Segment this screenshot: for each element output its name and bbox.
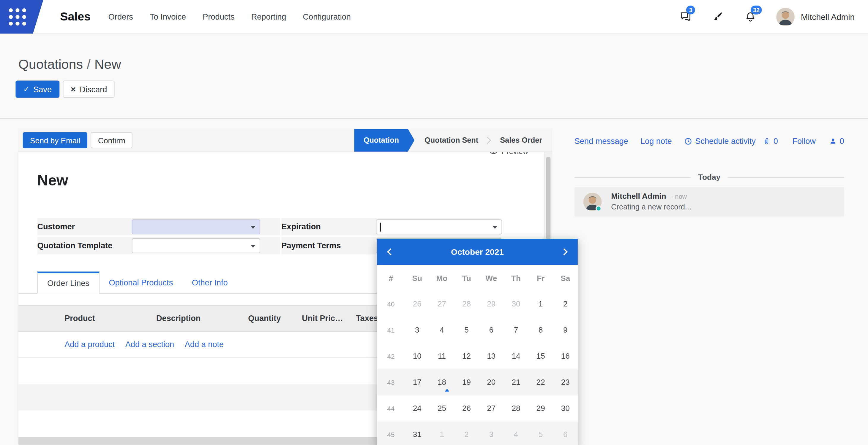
tab-other-info[interactable]: Other Info bbox=[182, 271, 237, 293]
week-number: 45 bbox=[377, 431, 405, 439]
calendar-day[interactable]: 2 bbox=[454, 421, 479, 445]
menu-products[interactable]: Products bbox=[203, 12, 235, 21]
calendar-day[interactable]: 16 bbox=[553, 343, 578, 369]
calendar-day[interactable]: 3 bbox=[479, 421, 503, 445]
calendar-day[interactable]: 30 bbox=[553, 396, 578, 421]
followers-button[interactable]: 0 bbox=[829, 136, 844, 145]
calendar-day[interactable]: 18 bbox=[430, 369, 454, 396]
discard-button[interactable]: × Discard bbox=[63, 80, 115, 98]
apps-menu-button[interactable] bbox=[0, 0, 43, 34]
add-a-note-link[interactable]: Add a note bbox=[185, 340, 224, 349]
discard-label: Discard bbox=[80, 84, 107, 94]
schedule-activity-link[interactable]: Schedule activity bbox=[684, 136, 756, 145]
calendar-day[interactable]: 5 bbox=[528, 421, 553, 445]
caret-down-icon bbox=[251, 226, 255, 229]
calendar-day[interactable]: 24 bbox=[405, 396, 430, 421]
menu-configuration[interactable]: Configuration bbox=[303, 12, 350, 21]
menu-reporting[interactable]: Reporting bbox=[251, 12, 286, 21]
add-a-product-link[interactable]: Add a product bbox=[64, 340, 115, 349]
date-separator-label: Today bbox=[698, 173, 720, 181]
prev-month-button[interactable] bbox=[387, 248, 394, 255]
calendar-day[interactable]: 31 bbox=[405, 421, 430, 445]
log-note-link[interactable]: Log note bbox=[641, 136, 672, 145]
separator-line bbox=[575, 177, 691, 177]
calendar-day[interactable]: 1 bbox=[528, 291, 553, 317]
save-button[interactable]: ✓ Save bbox=[16, 80, 59, 98]
breadcrumb-quotations[interactable]: Quotations bbox=[19, 57, 83, 72]
calendar-day[interactable]: 6 bbox=[553, 421, 578, 445]
tab-order-lines[interactable]: Order Lines bbox=[37, 271, 99, 294]
week-number: 41 bbox=[377, 326, 405, 334]
status-step-quotation[interactable]: Quotation bbox=[354, 129, 415, 151]
clock-icon bbox=[684, 137, 692, 145]
tab-optional-products[interactable]: Optional Products bbox=[99, 271, 182, 293]
calendar-day[interactable]: 6 bbox=[479, 317, 503, 343]
message-time: - now bbox=[671, 193, 687, 200]
calendar-day[interactable]: 7 bbox=[503, 317, 528, 343]
send-message-link[interactable]: Send message bbox=[575, 136, 628, 145]
breadcrumb: Quotations/New bbox=[19, 57, 121, 72]
calendar-day[interactable]: 17 bbox=[405, 369, 430, 396]
separator-line bbox=[728, 177, 844, 177]
calendar-day[interactable]: 5 bbox=[454, 317, 479, 343]
calendar-day[interactable]: 30 bbox=[503, 291, 528, 317]
calendar-day[interactable]: 14 bbox=[503, 343, 528, 369]
activities-button[interactable]: 32 bbox=[743, 9, 757, 24]
user-name[interactable]: Mitchell Admin bbox=[801, 12, 855, 21]
calendar-day[interactable]: 23 bbox=[553, 369, 578, 396]
calendar-day[interactable]: 4 bbox=[430, 317, 454, 343]
calendar-day[interactable]: 29 bbox=[479, 291, 503, 317]
brush-button[interactable] bbox=[711, 9, 725, 24]
menu-orders[interactable]: Orders bbox=[108, 12, 133, 21]
date-separator: Today bbox=[575, 173, 844, 181]
calendar-day[interactable]: 29 bbox=[528, 396, 553, 421]
expiration-input[interactable] bbox=[376, 219, 502, 234]
calendar-day[interactable]: 10 bbox=[405, 343, 430, 369]
calendar-day[interactable]: 8 bbox=[528, 317, 553, 343]
calendar-day[interactable]: 26 bbox=[405, 291, 430, 317]
top-menu: Orders To Invoice Products Reporting Con… bbox=[108, 12, 351, 21]
calendar-day[interactable]: 28 bbox=[454, 291, 479, 317]
panel-divider bbox=[0, 118, 868, 119]
attachments-button[interactable]: 0 bbox=[762, 136, 778, 145]
status-step-sales-order[interactable]: Sales Order bbox=[490, 129, 552, 151]
calendar-day[interactable]: 11 bbox=[430, 343, 454, 369]
messages-button[interactable]: 3 bbox=[679, 9, 693, 24]
calendar-day-header: Su bbox=[405, 274, 430, 282]
schedule-activity-label: Schedule activity bbox=[695, 136, 756, 145]
quotation-template-input[interactable] bbox=[132, 238, 260, 253]
calendar-day[interactable]: 4 bbox=[503, 421, 528, 445]
calendar-day-header: Sa bbox=[553, 274, 578, 282]
calendar-day[interactable]: 22 bbox=[528, 369, 553, 396]
follow-button[interactable]: Follow bbox=[792, 136, 815, 145]
calendar-title[interactable]: October 2021 bbox=[451, 247, 504, 256]
calendar-day-header: Th bbox=[503, 274, 528, 282]
menu-to-invoice[interactable]: To Invoice bbox=[150, 12, 186, 21]
calendar-day[interactable]: 19 bbox=[454, 369, 479, 396]
calendar-day[interactable]: 9 bbox=[553, 317, 578, 343]
calendar-day[interactable]: 27 bbox=[479, 396, 503, 421]
calendar-day[interactable]: 12 bbox=[454, 343, 479, 369]
app-name[interactable]: Sales bbox=[60, 10, 91, 24]
send-by-email-button[interactable]: Send by Email bbox=[23, 132, 88, 148]
breadcrumb-separator: / bbox=[87, 57, 90, 72]
calendar-day[interactable]: 27 bbox=[430, 291, 454, 317]
calendar-day[interactable]: 13 bbox=[479, 343, 503, 369]
calendar-day[interactable]: 21 bbox=[503, 369, 528, 396]
scrollbar-thumb[interactable] bbox=[546, 157, 551, 240]
calendar-day[interactable]: 3 bbox=[405, 317, 430, 343]
calendar-day[interactable]: 2 bbox=[553, 291, 578, 317]
calendar-day[interactable]: 26 bbox=[454, 396, 479, 421]
customer-input[interactable] bbox=[132, 219, 260, 234]
status-step-quotation-sent[interactable]: Quotation Sent bbox=[414, 129, 488, 151]
next-month-button[interactable] bbox=[561, 248, 568, 255]
calendar-day[interactable]: 15 bbox=[528, 343, 553, 369]
navbar-right: 3 32 bbox=[679, 7, 868, 26]
calendar-day[interactable]: 25 bbox=[430, 396, 454, 421]
calendar-day[interactable]: 1 bbox=[430, 421, 454, 445]
calendar-day[interactable]: 28 bbox=[503, 396, 528, 421]
add-a-section-link[interactable]: Add a section bbox=[125, 340, 174, 349]
user-avatar[interactable] bbox=[776, 7, 795, 26]
confirm-button[interactable]: Confirm bbox=[91, 132, 132, 148]
calendar-day[interactable]: 20 bbox=[479, 369, 503, 396]
